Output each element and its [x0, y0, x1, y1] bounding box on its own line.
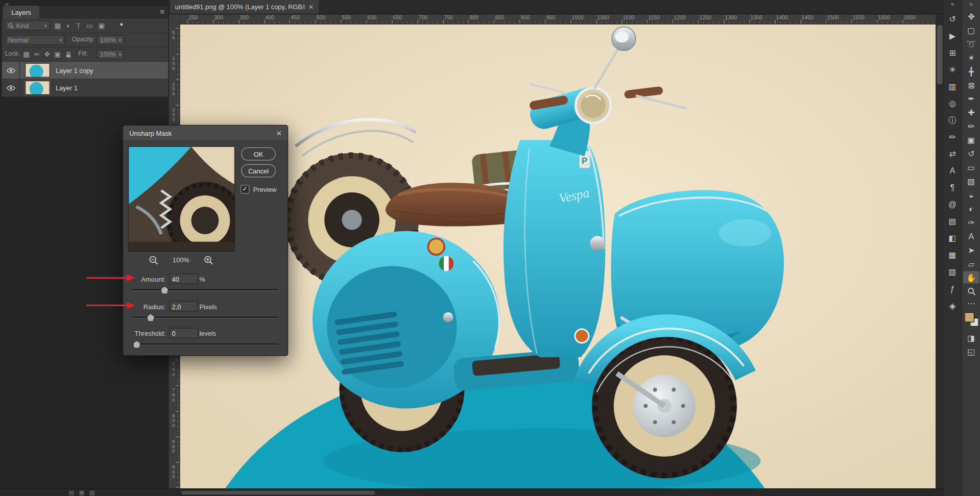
layer-name[interactable]: Layer 1 copy	[56, 66, 93, 74]
preview-checkbox[interactable]: ✓ Preview	[241, 185, 276, 193]
status-icon-2[interactable]: ▦	[79, 489, 84, 495]
swatches-panel-icon[interactable]: ▤	[944, 215, 961, 227]
histogram-panel-icon[interactable]: ▥	[944, 80, 961, 92]
amount-input[interactable]	[170, 274, 198, 284]
layer-visibility-toggle[interactable]	[2, 79, 20, 96]
horizontal-ruler[interactable]: 2503003504004505005506006507007508008509…	[179, 14, 936, 24]
threshold-input[interactable]	[170, 328, 198, 339]
eyedropper-tool[interactable]: ✒	[963, 92, 979, 105]
character-panel-icon[interactable]: A	[944, 164, 961, 177]
filter-shape-layers-icon[interactable]: ▭	[86, 22, 93, 29]
filter-smart-object-icon[interactable]: ▣	[98, 22, 105, 29]
fill-dropdown[interactable]: 100%▾	[97, 49, 125, 60]
pen-tool[interactable]: ✑	[963, 216, 979, 228]
info-panel-icon[interactable]: ⓘ	[944, 114, 961, 126]
layer-visibility-toggle[interactable]	[2, 62, 20, 79]
blur-tool[interactable]: ◒	[963, 189, 979, 201]
crop-tool[interactable]: ╋	[963, 65, 979, 77]
path-selection-tool[interactable]: ➤	[963, 243, 979, 256]
tab-layers[interactable]: Layers	[3, 6, 39, 19]
zoom-in-button[interactable]	[204, 256, 214, 268]
collapse-panels-icon[interactable]: «	[944, 1, 961, 7]
radius-slider-thumb[interactable]	[147, 314, 154, 321]
frame-tool[interactable]: ⊠	[963, 79, 979, 91]
clone-source-panel-icon[interactable]: ⇄	[944, 147, 961, 160]
brush-tool[interactable]: ✏	[963, 120, 979, 132]
vertical-scrollbar-thumb[interactable]	[937, 25, 943, 84]
filter-type-layers-icon[interactable]: T	[76, 22, 80, 29]
paragraph-panel-icon[interactable]: ¶	[944, 181, 961, 193]
blend-mode-dropdown[interactable]: Normal▾	[5, 35, 65, 45]
glyphs-panel-icon[interactable]: @	[944, 198, 961, 210]
amount-slider-thumb[interactable]	[161, 287, 168, 293]
clone-stamp-tool[interactable]: ▣	[963, 134, 979, 146]
status-icon-1[interactable]: ▤	[69, 489, 74, 495]
brush-settings-panel-icon[interactable]: ✏	[944, 131, 961, 143]
layer-row[interactable]: Layer 1	[2, 79, 169, 96]
filter-adjustment-layers-icon[interactable]: ◐	[66, 22, 70, 29]
layer-filter-toggle[interactable]: ●	[119, 21, 123, 28]
ruler-tick	[902, 20, 903, 23]
vertical-scrollbar[interactable]	[936, 24, 944, 489]
document-canvas[interactable]: P Vespa	[179, 24, 936, 489]
amount-slider[interactable]	[132, 286, 278, 294]
layer-row[interactable]: Layer 1 copy	[2, 62, 169, 79]
color-panel-icon[interactable]: ◧	[944, 232, 961, 244]
healing-brush-tool[interactable]: ✚	[963, 106, 979, 118]
document-tab[interactable]: untitled91.png @ 100% (Layer 1 copy, RGB…	[170, 0, 319, 14]
hand-tool[interactable]: ✋	[963, 271, 979, 283]
status-icon-3[interactable]: ▧	[89, 489, 94, 495]
screen-mode-icon[interactable]: ◱	[963, 346, 979, 357]
libraries-panel-icon[interactable]: ⊞	[944, 46, 961, 59]
preview-thumbnail[interactable]	[128, 146, 235, 252]
gradient-tool[interactable]: ▨	[963, 175, 979, 187]
layer-thumbnail[interactable]	[25, 81, 50, 95]
lock-image-icon[interactable]: ✏	[34, 51, 40, 58]
foreground-color-swatch[interactable]	[964, 312, 974, 323]
dialog-title-bar[interactable]: Unsharp Mask ✕	[123, 126, 288, 141]
ok-button[interactable]: OK	[241, 147, 275, 161]
adjustments-panel-icon[interactable]: ✳	[944, 63, 961, 76]
preview-checkbox-box[interactable]: ✓	[241, 185, 249, 193]
quick-mask-icon[interactable]: ◨	[963, 332, 979, 343]
lock-transparency-icon[interactable]: ▦	[23, 51, 30, 58]
cancel-button[interactable]: Cancel	[241, 164, 275, 178]
actions-panel-icon[interactable]: ▶	[944, 30, 961, 42]
dialog-close-icon[interactable]: ✕	[276, 129, 282, 137]
effects-panel-icon[interactable]: ƒ	[944, 282, 961, 294]
threshold-slider[interactable]	[132, 340, 278, 348]
navigator-panel-icon[interactable]: ◎	[944, 97, 961, 109]
dodge-tool[interactable]: ◐	[963, 203, 979, 215]
layer-name[interactable]: Layer 1	[56, 84, 78, 92]
marquee-tool[interactable]: ▢	[963, 24, 979, 36]
ruler-tick	[290, 20, 290, 23]
opacity-dropdown[interactable]: 100%▾	[97, 35, 125, 45]
filter-pixel-layers-icon[interactable]: ▦	[54, 22, 61, 29]
zoom-tool[interactable]	[963, 285, 979, 297]
move-tool[interactable]: ✥	[963, 10, 979, 22]
shape-tool[interactable]: ▱	[963, 257, 979, 269]
magic-wand-tool[interactable]: ✶	[963, 51, 979, 63]
close-tab-icon[interactable]: ✕	[308, 4, 314, 10]
lock-position-icon[interactable]: ✥	[44, 51, 50, 58]
collapse-toolbar-icon[interactable]: «	[962, 1, 980, 7]
styles-panel-icon[interactable]: ◈	[944, 299, 961, 311]
eraser-tool[interactable]: ▭	[963, 161, 979, 173]
horizontal-scrollbar-thumb[interactable]	[181, 491, 375, 494]
layer-thumbnail[interactable]	[25, 63, 50, 78]
lock-artboard-icon[interactable]: ▣	[54, 51, 61, 58]
layer-filter-kind-dropdown[interactable]: Kind ▾	[5, 20, 50, 31]
threshold-slider-thumb[interactable]	[133, 341, 140, 348]
radius-input[interactable]	[170, 301, 198, 312]
patterns-panel-icon[interactable]: ▦	[944, 249, 961, 261]
gradients-panel-icon[interactable]: ▧	[944, 265, 961, 278]
panel-menu-icon[interactable]: ≡	[160, 8, 164, 16]
edit-toolbar-icon[interactable]: ⋯	[963, 297, 979, 309]
ruler-tick	[176, 105, 179, 105]
history-brush-tool[interactable]: ↺	[963, 147, 979, 160]
history-panel-icon[interactable]: ↺	[944, 12, 961, 24]
lock-all-icon[interactable]	[65, 51, 72, 58]
radius-slider[interactable]	[132, 313, 278, 321]
type-tool[interactable]: A	[963, 230, 979, 242]
lasso-tool[interactable]: ➰	[963, 37, 979, 49]
